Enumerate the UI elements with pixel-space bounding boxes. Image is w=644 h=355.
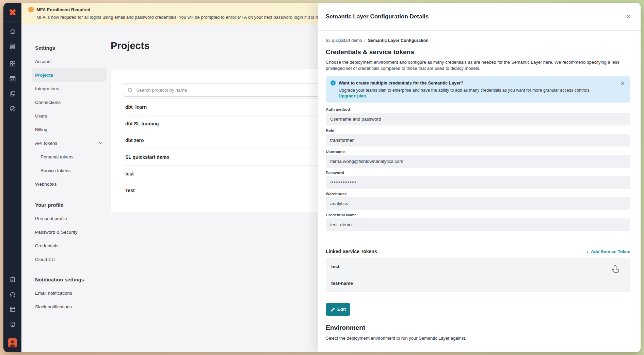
nav-deploy-button[interactable] (6, 39, 19, 54)
pencil-icon (330, 307, 335, 312)
sidebar-item-integrations[interactable]: Integrations (32, 82, 107, 95)
profile-heading: Your profile (32, 198, 107, 212)
edit-button-label: Edit (337, 307, 346, 312)
info-body: Upgrade your teams plan to enterprise an… (339, 88, 617, 93)
credential-name-value: test_demo (326, 218, 630, 231)
page-title: Projects (111, 40, 149, 51)
info-icon: i (331, 80, 336, 86)
api-tokens-label: API tokens (35, 141, 57, 146)
sidebar-item-password-security[interactable]: Password & Security (32, 225, 107, 239)
plus-icon: + (586, 249, 589, 254)
develop-code-icon (9, 75, 16, 82)
sidebar-item-webhooks[interactable]: Webhooks (32, 177, 107, 191)
support-headset-icon (9, 291, 16, 298)
sidebar-item-credentials[interactable]: Credentials (32, 239, 107, 252)
banner-title: MFA Enrollment Required (36, 7, 90, 12)
add-service-token-button[interactable]: + Add Service Token (586, 249, 630, 254)
sidebar-item-service-tokens[interactable]: Service tokens (32, 164, 107, 177)
nav-clipboard-button[interactable] (6, 272, 19, 287)
semantic-layer-panel: Semantic Layer Configuration Details ✕ S… (318, 3, 641, 352)
close-icon: ✕ (626, 13, 631, 20)
nav-support-button[interactable] (6, 287, 19, 302)
nav-explore-button[interactable] (6, 101, 19, 116)
field-label: Credential Name (326, 213, 630, 217)
panel-close-button[interactable]: ✕ (625, 13, 632, 20)
field-label: Auth method (326, 107, 630, 111)
search-icon (127, 87, 133, 93)
nav-organization-button[interactable] (6, 317, 19, 332)
add-service-token-label: Add Service Token (591, 249, 630, 254)
notifications-heading: Notification settings (32, 273, 107, 286)
section-description: Choose the deployment environment and co… (326, 59, 627, 72)
app-window: ! MFA Enrollment Required MFA is now req… (3, 3, 641, 352)
app-icon-rail (3, 3, 21, 352)
nav-docs-button[interactable] (6, 302, 19, 317)
sidebar-item-cloud-cli[interactable]: Cloud CLI (32, 252, 107, 266)
dashboard-icon (9, 60, 16, 67)
upgrade-info-box: i Want to create multiple credentials fo… (326, 76, 630, 103)
linked-tokens-heading: Linked Service Tokens (326, 249, 377, 254)
home-icon (9, 28, 16, 35)
main-area: ! MFA Enrollment Required MFA is now req… (21, 3, 641, 352)
docs-book-icon (9, 306, 16, 313)
field-label: Password (326, 171, 630, 175)
service-token-row[interactable]: test (326, 258, 630, 275)
password-field: Password ••••••••••••••• (326, 171, 630, 189)
panel-body: SL quickstart demo / Semantic Layer Conf… (318, 31, 641, 341)
field-label: Username (326, 150, 630, 154)
clipboard-icon (9, 276, 16, 283)
breadcrumb-separator: / (365, 38, 366, 43)
sidebar-item-personal-profile[interactable]: Personal profile (32, 212, 107, 225)
chevron-down-icon (98, 141, 103, 145)
sidebar-item-api-tokens[interactable]: API tokens (32, 136, 107, 150)
field-label: Warehouse (326, 192, 630, 196)
sidebar-item-personal-tokens[interactable]: Personal tokens (32, 150, 107, 164)
credential-name-field: Credential Name test_demo (326, 213, 630, 231)
nav-dashboard-button[interactable] (6, 56, 19, 71)
nav-home-button[interactable] (6, 24, 19, 39)
breadcrumb: SL quickstart demo / Semantic Layer Conf… (326, 38, 630, 43)
info-close-button[interactable]: ✕ (619, 80, 626, 87)
panel-title: Semantic Layer Configuration Details (326, 13, 429, 20)
close-icon: ✕ (620, 80, 625, 87)
organization-building-icon (9, 321, 16, 328)
warehouse-field: Warehouse analytics (326, 192, 630, 210)
explore-compass-icon (9, 105, 16, 112)
settings-sidebar: Settings Account Projects Integrations C… (32, 41, 107, 313)
warning-icon: ! (28, 7, 34, 12)
dbt-logo[interactable] (3, 3, 21, 22)
sidebar-item-account[interactable]: Account (32, 55, 107, 68)
upgrade-plan-link[interactable]: Upgrade plan. (339, 94, 617, 98)
dbt-logo-icon (8, 8, 17, 17)
copy-projects-icon (9, 90, 16, 97)
sidebar-item-connections[interactable]: Connections (32, 95, 107, 109)
role-field: Role transformer (326, 128, 630, 146)
edit-button[interactable]: Edit (326, 303, 350, 316)
sidebar-item-email-notifications[interactable]: Email notifications (32, 286, 107, 300)
deploy-icon (9, 43, 16, 50)
avatar-person-icon (8, 338, 17, 348)
sidebar-item-billing[interactable]: Billing (32, 123, 107, 136)
auth-method-value: Username and password (326, 113, 630, 125)
environment-description: Select the deployment environment to run… (326, 336, 630, 341)
service-token-list: test test-name (326, 258, 630, 292)
nav-develop-button[interactable] (6, 71, 19, 86)
username-field: Username mirna.wong@fishtownanalytics.co… (326, 150, 630, 168)
role-value: transformer (326, 134, 630, 146)
section-title: Credentials & service tokens (326, 48, 630, 56)
service-token-row[interactable]: test-name (326, 275, 630, 292)
settings-heading: Settings (32, 41, 107, 55)
breadcrumb-current: Semantic Layer Configuration (368, 38, 429, 43)
field-label: Role (326, 128, 630, 133)
environment-title: Environment (326, 324, 630, 331)
info-title: Want to create multiple credentials for … (339, 80, 464, 86)
sidebar-item-projects[interactable]: Projects (32, 68, 107, 82)
nav-projects-button[interactable] (6, 86, 19, 101)
auth-method-field: Auth method Username and password (326, 107, 630, 125)
breadcrumb-parent[interactable]: SL quickstart demo (326, 38, 362, 43)
sidebar-item-users[interactable]: Users (32, 109, 107, 123)
user-avatar[interactable] (8, 338, 17, 348)
password-value: ••••••••••••••• (326, 176, 630, 189)
panel-header: Semantic Layer Configuration Details ✕ (318, 3, 641, 31)
sidebar-item-slack-notifications[interactable]: Slack notifications (32, 300, 107, 313)
